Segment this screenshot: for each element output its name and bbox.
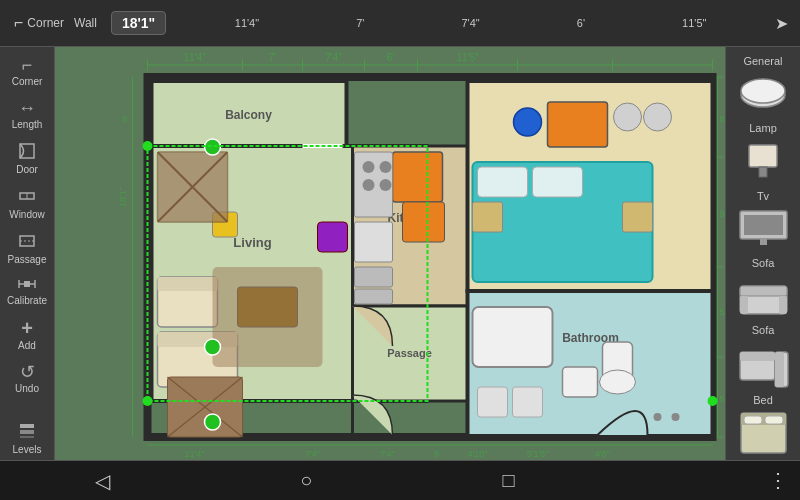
svg-point-87 bbox=[380, 161, 392, 173]
svg-rect-90 bbox=[355, 222, 393, 262]
svg-point-104 bbox=[600, 370, 636, 394]
corner-tool-icon: ⌐ bbox=[22, 56, 33, 74]
calibrate-label: Calibrate bbox=[7, 295, 47, 306]
svg-rect-93 bbox=[403, 202, 445, 242]
svg-rect-100 bbox=[533, 167, 583, 197]
recent-apps-button[interactable]: □ bbox=[483, 463, 535, 498]
svg-text:6': 6' bbox=[387, 52, 395, 63]
meas-2: 7' bbox=[356, 17, 364, 29]
corner-label: Corner bbox=[27, 16, 64, 30]
sidebar-item-add[interactable]: + Add bbox=[2, 313, 52, 356]
svg-rect-8 bbox=[24, 281, 30, 287]
tv-label: Tv bbox=[757, 190, 769, 202]
sidebar-item-corner[interactable]: ⌐ Corner bbox=[2, 51, 52, 92]
svg-rect-84 bbox=[393, 152, 443, 202]
corner-tool-label: Corner bbox=[12, 76, 43, 87]
meas-4: 6' bbox=[577, 17, 585, 29]
door-icon bbox=[18, 142, 36, 162]
svg-point-86 bbox=[363, 161, 375, 173]
svg-rect-131 bbox=[740, 352, 775, 361]
svg-rect-123 bbox=[744, 215, 783, 235]
svg-point-82 bbox=[205, 414, 221, 430]
svg-point-109 bbox=[672, 413, 680, 421]
svg-rect-126 bbox=[740, 286, 787, 296]
svg-text:Passage: Passage bbox=[387, 347, 432, 359]
svg-rect-3 bbox=[20, 236, 34, 246]
wall-value[interactable]: 18'1" bbox=[111, 11, 166, 35]
svg-rect-95 bbox=[548, 102, 608, 147]
sidebar-item-window[interactable]: Window bbox=[2, 182, 52, 225]
svg-point-97 bbox=[644, 103, 672, 131]
svg-text:Balcony: Balcony bbox=[225, 108, 272, 122]
home-button[interactable]: ○ bbox=[280, 463, 332, 498]
furniture-bed[interactable] bbox=[729, 408, 797, 458]
svg-rect-9 bbox=[20, 424, 34, 428]
svg-text:8'3": 8'3" bbox=[720, 114, 726, 124]
add-icon: + bbox=[21, 318, 33, 338]
svg-text:5'1'8": 5'1'8" bbox=[527, 449, 549, 459]
sofa2-label: Sofa bbox=[752, 324, 775, 336]
menu-dots-button[interactable]: ⋮ bbox=[685, 475, 725, 487]
svg-text:7'4": 7'4" bbox=[325, 52, 342, 63]
svg-text:7'4": 7'4" bbox=[305, 449, 320, 459]
svg-text:11'4": 11'4" bbox=[183, 52, 206, 63]
svg-rect-72 bbox=[213, 267, 323, 367]
svg-rect-92 bbox=[355, 289, 393, 304]
sidebar-item-length[interactable]: ↔ Length bbox=[2, 94, 52, 135]
passage-icon bbox=[18, 232, 36, 252]
undo-icon: ↺ bbox=[20, 363, 35, 381]
recent-icon: □ bbox=[503, 469, 515, 491]
furniture-lamp[interactable] bbox=[729, 136, 797, 183]
svg-rect-120 bbox=[749, 145, 777, 167]
home-icon: ○ bbox=[300, 469, 312, 491]
svg-rect-91 bbox=[355, 267, 393, 287]
svg-point-89 bbox=[380, 179, 392, 191]
svg-point-94 bbox=[514, 108, 542, 136]
main-area: ⌐ Corner ↔ Length Door Window Passage bbox=[0, 47, 800, 460]
svg-rect-10 bbox=[20, 430, 34, 434]
svg-rect-105 bbox=[563, 367, 598, 397]
window-icon bbox=[18, 187, 36, 207]
meas-1: 11'4" bbox=[235, 17, 259, 29]
bottom-nav-bar: ◁ ○ □ ⋮ bbox=[0, 460, 800, 500]
svg-point-83 bbox=[205, 139, 221, 155]
svg-rect-99 bbox=[478, 167, 528, 197]
right-sidebar: General Lamp Tv Sofa bbox=[725, 47, 800, 460]
svg-rect-124 bbox=[760, 239, 767, 245]
sidebar-item-door[interactable]: Door bbox=[2, 137, 52, 180]
furniture-tv[interactable] bbox=[729, 204, 797, 251]
passage-label: Passage bbox=[8, 254, 47, 265]
sidebar-item-passage[interactable]: Passage bbox=[2, 227, 52, 270]
sidebar-item-undo[interactable]: ↺ Undo bbox=[2, 358, 52, 399]
meas-3: 7'4" bbox=[461, 17, 479, 29]
corner-button[interactable]: ⌐ Corner bbox=[8, 10, 70, 36]
svg-text:9'1": 9'1" bbox=[720, 209, 726, 219]
svg-point-81 bbox=[205, 339, 221, 355]
length-label: Length bbox=[12, 119, 43, 130]
svg-point-108 bbox=[654, 413, 662, 421]
svg-rect-121 bbox=[759, 167, 767, 177]
back-icon: ◁ bbox=[95, 470, 110, 492]
svg-text:11'5": 11'5" bbox=[456, 52, 479, 63]
bed-label: Bed bbox=[753, 394, 773, 406]
svg-rect-70 bbox=[158, 277, 218, 291]
sidebar-item-levels[interactable]: Levels bbox=[2, 417, 52, 460]
svg-text:7'4": 7'4" bbox=[380, 449, 395, 459]
furniture-general[interactable] bbox=[729, 69, 797, 116]
general-label: General bbox=[743, 55, 782, 67]
furniture-sofa2[interactable] bbox=[729, 338, 797, 388]
svg-text:18'1": 18'1" bbox=[118, 187, 128, 207]
sidebar-item-calibrate[interactable]: Calibrate bbox=[2, 272, 52, 311]
measurement-bar: 11'4" 7' 7'4" 6' 11'5" bbox=[166, 17, 775, 29]
window-label: Window bbox=[9, 209, 45, 220]
svg-text:4'10": 4'10" bbox=[468, 449, 488, 459]
floor-plan-canvas[interactable]: 11'4" 7' 7'4" 6' 11'5" 8'3" 9'1" 5'6" 5'… bbox=[55, 47, 725, 460]
top-toolbar: ⌐ Corner Wall 18'1" 11'4" 7' 7'4" 6' 11'… bbox=[0, 0, 800, 47]
furniture-sofa1[interactable] bbox=[729, 271, 797, 318]
back-button[interactable]: ◁ bbox=[75, 463, 130, 499]
add-label: Add bbox=[18, 340, 36, 351]
corner-icon: ⌐ bbox=[14, 14, 23, 32]
svg-point-88 bbox=[363, 179, 375, 191]
svg-point-96 bbox=[614, 103, 642, 131]
svg-text:6': 6' bbox=[434, 449, 441, 459]
